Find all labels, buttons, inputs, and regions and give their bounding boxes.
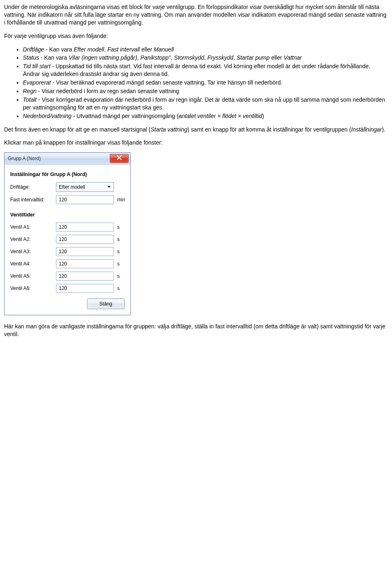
close-dialog-button[interactable]: Stäng [87,299,125,309]
dialog-titlebar[interactable]: Grupp A (Nord) [4,153,130,165]
driftlage-label: Driftläge: [10,184,56,190]
fastintervall-input[interactable] [56,195,114,204]
ventil-unit: s [117,248,120,255]
ventil-unit: s [117,236,120,243]
ventil-label: Ventil A5: [10,273,56,279]
ventil-label: Ventil A4: [10,261,56,267]
buttons-paragraph: Det finns även en knapp för att ge en ma… [4,126,388,134]
ventil-label: Ventil A2: [10,236,56,243]
chevron-down-icon [106,186,112,188]
ventil-label: Ventil A1: [10,224,56,230]
list-item: Totalt - Visar korrigerad evaporation dä… [23,96,388,111]
dialog-heading: Inställningar för Grupp A (Nord) [10,171,125,178]
close-dialog-button-label: Stäng [99,301,112,307]
ventil-input[interactable] [56,247,114,256]
ventil-label: Ventil A6: [10,285,56,292]
dialog-title: Grupp A (Nord) [8,155,41,162]
ventil-row: Ventil A1:s [10,223,125,232]
list-item: Regn - Visar nederbörd i form av regn se… [23,87,388,95]
close-button[interactable] [110,154,129,163]
ventil-unit: s [117,285,120,292]
dialog-intro: Klickar man på knappen för inställningar… [4,139,388,147]
ventil-unit: s [117,261,120,267]
intro-paragraph: Under de meteorologiska avläsningarna vi… [4,3,388,27]
feature-list: Driftläge - Kan vara Efter modell, Fast … [4,46,388,120]
ventiltider-heading: Ventiltider [10,212,125,218]
list-item: Tid till start - Uppskattad tid tills nä… [23,62,388,78]
ventil-row: Ventil A4:s [10,259,125,268]
fastintervall-row: Fast intervalltid: min [10,195,125,204]
list-item: Evaporerat - Visar beräknad evaporerad m… [23,79,388,87]
close-icon [117,155,122,162]
ventil-input[interactable] [56,272,114,281]
ventil-row: Ventil A3:s [10,247,125,256]
list-intro: För varje ventilgrupp visas även följand… [4,32,388,40]
ventil-row: Ventil A5:s [10,272,125,281]
list-item: Nederbörd/vattning - Utvattnad mängd per… [23,112,388,120]
closing-paragraph: Här kan man göra de vanligaste inställni… [4,323,388,338]
dialog-body: Inställningar för Grupp A (Nord) Driftlä… [4,165,130,315]
ventil-input[interactable] [56,235,114,244]
driftlage-row: Driftläge: Efter modell [10,182,125,192]
ventil-input[interactable] [56,259,114,268]
dialog-button-row: Stäng [10,299,125,309]
ventil-row: Ventil A2:s [10,235,125,244]
fastintervall-label: Fast intervalltid: [10,196,56,203]
ventil-row: Ventil A6:s [10,284,125,293]
ventil-unit: s [117,224,120,230]
fastintervall-unit: min [117,196,125,203]
ventil-unit: s [117,273,120,279]
ventil-input[interactable] [56,223,114,232]
ventil-label: Ventil A3: [10,248,56,255]
list-item: Status - Kan vara Vilar (ingen vattning … [23,54,388,62]
driftlage-combobox[interactable]: Efter modell [56,182,114,192]
ventil-input[interactable] [56,284,114,293]
list-item: Driftläge - Kan vara Efter modell, Fast … [23,46,388,54]
settings-dialog: Grupp A (Nord) Inställningar för Grupp A… [4,152,131,315]
driftlage-value: Efter modell [59,184,85,190]
